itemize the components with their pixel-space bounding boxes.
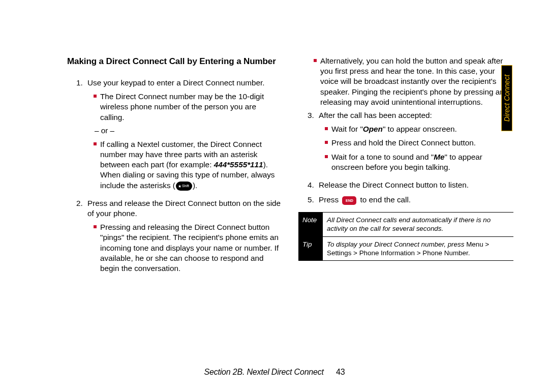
section-heading: Making a Direct Connect Call by Entering… bbox=[67, 56, 282, 68]
note-row: Note All Direct Connect calls end automa… bbox=[298, 213, 513, 236]
list-item-3: 3. After the call has been accepted: Wai… bbox=[298, 110, 513, 175]
sub-bullet: Pressing and releasing the Direct Connec… bbox=[87, 222, 282, 274]
open-label: Open bbox=[363, 125, 383, 133]
note-text: All Direct Connect calls end automatical… bbox=[323, 213, 513, 236]
bullet-text: Pressing and releasing the Direct Connec… bbox=[100, 222, 282, 274]
sub-bullet: If calling a Nextel customer, the Direct… bbox=[87, 139, 282, 191]
list-number: 1. bbox=[76, 78, 86, 194]
list-body: Press END to end the call. bbox=[319, 195, 513, 205]
list-item-5: 5. Press END to end the call. bbox=[298, 195, 513, 205]
page-footer: Section 2B. Nextel Direct Connect 43 bbox=[0, 368, 549, 377]
footer-section: Section 2B. Nextel Direct Connect bbox=[204, 368, 324, 376]
list-number: 3. bbox=[308, 110, 318, 175]
sub-bullet: Press and hold the Direct Connect button… bbox=[319, 138, 513, 148]
end-key-icon: END bbox=[342, 196, 356, 205]
bullet-text: If calling a Nextel customer, the Direct… bbox=[100, 139, 282, 191]
list-body: Press and release the Direct Connect but… bbox=[87, 198, 282, 277]
list-item-4: 4. Release the Direct Connect button to … bbox=[298, 180, 513, 190]
sub-bullet: Alternatively, you can hold the button a… bbox=[298, 56, 513, 107]
list-item-2: 2. Press and release the Direct Connect … bbox=[67, 198, 282, 277]
list-text: Press and release the Direct Connect but… bbox=[87, 199, 281, 218]
list-item-1: 1. Use your keypad to enter a Direct Con… bbox=[67, 78, 282, 194]
list-text: Release the Direct Connect button to lis… bbox=[319, 180, 469, 189]
side-tab-label: Direct Connect bbox=[503, 75, 511, 122]
sub-bullet: Wait for a tone to sound and "Me" to app… bbox=[319, 152, 513, 172]
bullet-text: Wait for a tone to sound and "Me" to app… bbox=[331, 152, 513, 172]
left-column: Making a Direct Connect Call by Entering… bbox=[67, 56, 282, 281]
page-content: Making a Direct Connect Call by Entering… bbox=[67, 56, 513, 281]
list-text-post: to end the call. bbox=[358, 195, 411, 204]
tip-label: Tip bbox=[298, 236, 323, 260]
or-separator: – or – bbox=[87, 126, 282, 136]
info-boxes: Note All Direct Connect calls end automa… bbox=[298, 212, 513, 261]
bullet-icon bbox=[94, 225, 97, 228]
tip-text: To display your Direct Connect number, p… bbox=[323, 236, 513, 260]
list-text: Use your keypad to enter a Direct Connec… bbox=[87, 78, 265, 87]
bullet-text: Wait for "Open" to appear onscreen. bbox=[331, 124, 513, 134]
list-body: After the call has been accepted: Wait f… bbox=[319, 110, 513, 175]
footer-page-number: 43 bbox=[336, 368, 345, 376]
menu-word: Menu bbox=[466, 240, 483, 248]
list-body: Release the Direct Connect button to lis… bbox=[319, 180, 513, 190]
bullet-icon bbox=[94, 142, 97, 145]
bullet-icon bbox=[314, 59, 317, 62]
example-number: 444*5555*111 bbox=[214, 160, 263, 169]
note-label: Note bbox=[298, 213, 323, 236]
list-number: 4. bbox=[308, 180, 318, 190]
right-column: Alternatively, you can hold the button a… bbox=[298, 56, 513, 281]
list-text: After the call has been accepted: bbox=[319, 111, 432, 119]
tip-row: Tip To display your Direct Connect numbe… bbox=[298, 236, 513, 260]
list-number: 2. bbox=[76, 198, 86, 277]
bullet-icon bbox=[325, 127, 328, 130]
bullet-icon bbox=[94, 95, 97, 98]
bullet-icon bbox=[325, 141, 328, 144]
bullet-text: The Direct Connect number may be the 10-… bbox=[100, 92, 282, 123]
bullet-icon bbox=[325, 155, 328, 158]
me-label: Me bbox=[434, 153, 444, 161]
list-body: Use your keypad to enter a Direct Connec… bbox=[87, 78, 282, 194]
shift-key-icon bbox=[176, 182, 192, 191]
list-text-pre: Press bbox=[319, 195, 341, 204]
bullet-text: Press and hold the Direct Connect button… bbox=[331, 138, 513, 148]
bullet-text: Alternatively, you can hold the button a… bbox=[320, 56, 513, 107]
side-tab: Direct Connect bbox=[501, 65, 512, 131]
sub-bullet: The Direct Connect number may be the 10-… bbox=[87, 92, 282, 123]
sub-bullet: Wait for "Open" to appear onscreen. bbox=[319, 124, 513, 134]
list-number: 5. bbox=[308, 195, 318, 205]
